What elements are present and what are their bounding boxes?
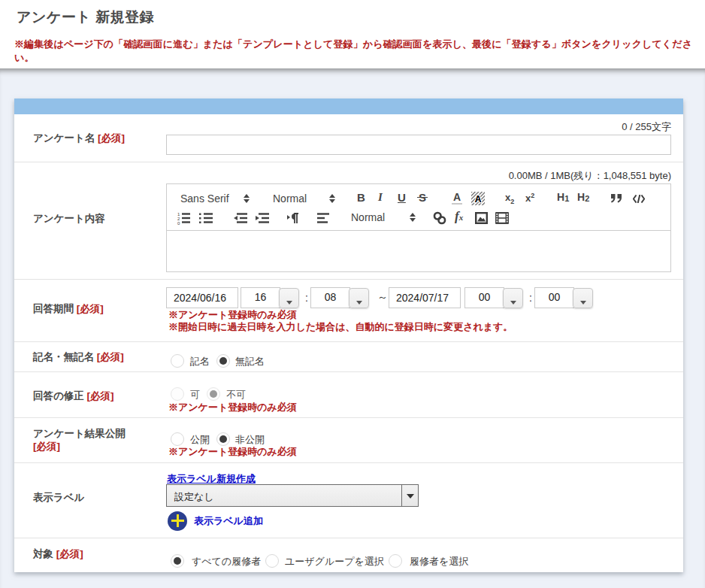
svg-text:A: A: [475, 193, 482, 204]
svg-text:0: 0: [177, 221, 180, 225]
